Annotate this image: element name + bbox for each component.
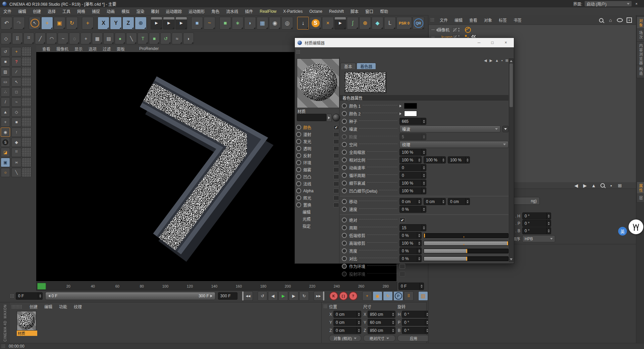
knife-icon[interactable]: ╱ <box>35 33 46 44</box>
edge-cut-icon[interactable]: ◇ <box>1 33 11 44</box>
add-panel-icon[interactable]: + <box>626 17 632 23</box>
panel-grip[interactable] <box>1 344 5 348</box>
panel-grip[interactable] <box>11 305 22 309</box>
material-menu-item[interactable]: 纹理 <box>70 304 85 309</box>
noise-texture-swatch[interactable] <box>345 72 386 93</box>
rel-scale-x-field[interactable]: 100 % <box>399 156 422 163</box>
circle-array-icon[interactable]: ◌ <box>69 33 80 44</box>
grid-thumb-icon[interactable] <box>21 107 32 117</box>
up-level-icon[interactable]: ▲ <box>495 58 499 63</box>
text-tool-icon[interactable]: T <box>138 33 148 44</box>
seed-field[interactable]: 665 <box>399 118 426 125</box>
material-menu-item[interactable]: 功能 <box>56 304 70 309</box>
attr-forward-icon[interactable]: ▶ <box>582 183 588 189</box>
anim-dot-icon[interactable] <box>342 217 347 222</box>
object-manager-menu-item[interactable]: 对象 <box>481 17 495 23</box>
expand-arrow-icon[interactable] <box>399 105 401 107</box>
contrast-slider[interactable] <box>424 256 508 261</box>
scale-tool-icon[interactable]: ▣ <box>54 17 65 30</box>
channel-extra-item[interactable]: 光照 <box>296 215 339 222</box>
dialog-grip[interactable] <box>296 50 300 54</box>
menu-item[interactable]: 插件 <box>241 8 256 14</box>
channel-checkbox[interactable] <box>333 139 339 144</box>
brightness-slider[interactable] <box>424 249 508 253</box>
grid-thumb-icon[interactable] <box>21 57 32 66</box>
lock-icon[interactable]: ▪ <box>501 58 503 63</box>
menu-item[interactable]: 模拟 <box>118 8 133 14</box>
goto-end-button[interactable]: ▶▶ <box>314 291 324 301</box>
menu-item[interactable]: 帮助 <box>377 8 391 14</box>
grid-thumb-icon[interactable] <box>21 168 32 177</box>
magnet-array-icon[interactable]: ⠛ <box>23 33 34 44</box>
slider-right-arrow-icon[interactable] <box>210 295 212 297</box>
pencil-icon[interactable]: ∕ <box>11 67 21 77</box>
dialog-close-button[interactable]: × <box>499 38 513 47</box>
channel-checkbox[interactable] <box>333 146 339 151</box>
panel-grip[interactable] <box>10 294 14 298</box>
channel-radio-icon[interactable] <box>296 153 301 158</box>
object-manager-menu-item[interactable]: 标签 <box>495 17 510 23</box>
spline-icon[interactable]: ~ <box>11 97 21 107</box>
low-clip-slider[interactable] <box>424 233 508 238</box>
stamp-icon[interactable]: ▤ <box>103 33 114 44</box>
smooth-spline-icon[interactable]: ~ <box>58 33 68 44</box>
motion-tracker-icon[interactable]: L <box>384 17 396 30</box>
name-expand-icon[interactable] <box>326 114 332 122</box>
channel-row[interactable]: 反射 <box>296 152 339 159</box>
absolute-checkbox[interactable]: ✔ <box>399 217 405 222</box>
timeline-slider[interactable]: 0 F 300 F <box>45 292 215 300</box>
paint-tool-icon[interactable]: ◪ <box>1 148 10 157</box>
interface-dropdown[interactable]: 启动 (用户) <box>584 1 632 7</box>
spiral-tool-icon[interactable]: ↺ <box>160 33 171 44</box>
attr-panel-icon[interactable]: ⊞ <box>617 183 623 189</box>
size-z-field[interactable]: 850 cm <box>368 327 395 334</box>
size-mode-dropdown[interactable]: 绝对尺寸 <box>363 335 395 342</box>
anim-dot-icon[interactable] <box>342 119 347 124</box>
dot-array-icon[interactable]: ⠿ <box>12 33 23 44</box>
help-icon[interactable]: ? <box>11 57 21 66</box>
viewport-menu-item[interactable]: 摄像机 <box>53 46 71 52</box>
dialog-maximize-button[interactable]: □ <box>486 38 499 47</box>
anim-dot-icon[interactable] <box>342 264 347 269</box>
scrollbar-thumb[interactable] <box>509 63 513 107</box>
object-manager-menu-item[interactable]: 查看 <box>466 17 481 23</box>
channel-row[interactable]: 颜色 ✔ <box>296 124 339 131</box>
live-selection-icon[interactable]: ↖ <box>29 17 41 30</box>
object-manager-menu-item[interactable]: 书签 <box>510 17 525 23</box>
apply-button[interactable]: 应用 <box>397 335 430 342</box>
realflow-icon[interactable]: ʃ <box>347 17 359 30</box>
tab-structure[interactable]: 构造 <box>637 65 644 78</box>
current-frame-field[interactable]: 0 F <box>16 292 43 300</box>
z-axis-lock-icon[interactable]: Z <box>122 17 134 30</box>
menu-item[interactable]: Octane <box>306 9 326 14</box>
channel-extra-item[interactable]: 指定 <box>296 222 339 230</box>
high-clip-slider[interactable] <box>424 241 508 246</box>
last-tool-icon[interactable]: + <box>82 17 94 30</box>
high-clip-field[interactable]: 100 % <box>399 240 422 247</box>
channel-radio-icon[interactable] <box>296 160 301 165</box>
ime-language-badge[interactable]: 英 <box>618 227 627 236</box>
move-x-field[interactable]: 0 cm <box>399 198 422 205</box>
key-position-button[interactable]: + <box>362 291 372 301</box>
deer-logo-badge[interactable] <box>629 219 643 234</box>
loop-period-field[interactable]: 0 <box>399 172 426 179</box>
material-menu-item[interactable]: 创建 <box>26 304 41 309</box>
anim-dot-icon[interactable] <box>342 233 347 238</box>
stepper-icon[interactable] <box>419 283 424 290</box>
sphere-tool-icon[interactable]: ● <box>115 33 125 44</box>
menu-item[interactable]: 网格 <box>74 8 89 14</box>
grid-thumb-icon[interactable] <box>21 97 32 107</box>
extrude-icon[interactable]: ↑ <box>11 128 21 137</box>
primitive-cube-icon[interactable]: ■ <box>191 17 203 30</box>
move-plus-icon[interactable]: + <box>11 47 21 56</box>
octane-icon[interactable]: ◆ <box>372 17 383 30</box>
small-cube-icon[interactable]: ■ <box>11 117 21 127</box>
cluster-icon[interactable]: ∗ <box>232 17 244 30</box>
viewport-menu-item[interactable]: 面板 <box>114 46 128 52</box>
render-settings-icon[interactable]: ▶ <box>175 17 187 30</box>
layer-toggle-icon[interactable] <box>452 28 457 32</box>
brightness-field[interactable]: 0 % <box>399 247 422 254</box>
menu-item[interactable]: 选择 <box>44 8 59 14</box>
menu-item[interactable]: 渲染 <box>133 8 148 14</box>
low-clip-field[interactable]: 0 % <box>399 232 422 239</box>
